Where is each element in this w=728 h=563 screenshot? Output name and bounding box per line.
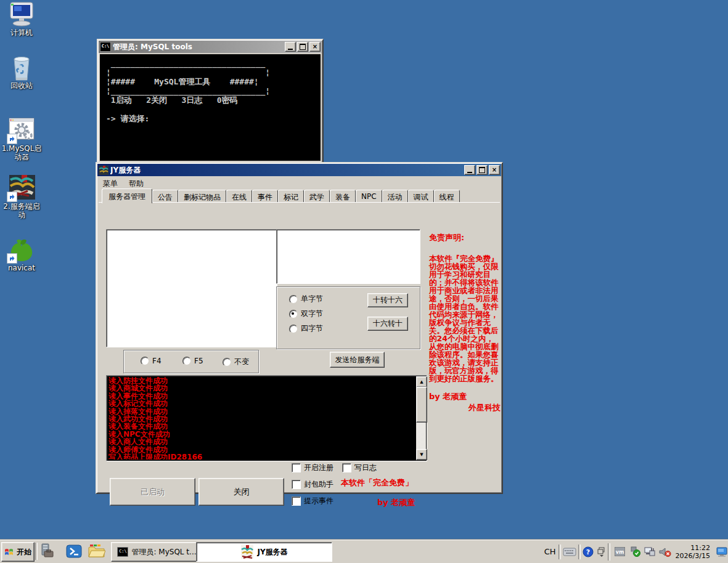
radio-row: 单字节 (289, 294, 323, 304)
send-to-server-button[interactable]: 发送给服务端 (330, 352, 385, 368)
tab[interactable]: NPC (356, 190, 382, 202)
recycle-bin-icon (7, 54, 36, 81)
console-titlebar[interactable]: C:\ 管理员: MySQL tools × (99, 41, 322, 53)
maximize-icon[interactable] (297, 42, 308, 52)
tab-page: 服务器管理公告删标记物品在线事件标记武学装备NPC活动调试线程 单字节 双字节 … (99, 189, 500, 491)
log-line: 读入商城文件成功 (108, 384, 414, 392)
tab[interactable]: 装备 (330, 190, 356, 202)
radio-label: 不变 (234, 357, 249, 367)
desktop-icon-server-launcher[interactable]: 2.服务端启动 (0, 175, 43, 219)
desktop-icon-navicat[interactable]: navicat (0, 237, 43, 272)
vmware-tray-icon[interactable]: vm (615, 547, 625, 556)
radio-four-byte[interactable] (289, 325, 298, 333)
main-title: JY服务器 (110, 165, 462, 176)
minimize-icon[interactable] (285, 42, 296, 52)
taskbar-item-jy-server[interactable]: JY服务器 (196, 542, 332, 562)
usb-tray-icon[interactable] (629, 546, 640, 557)
radio-label: F5 (194, 357, 203, 365)
radio-f4[interactable] (141, 357, 149, 365)
tab[interactable]: 调试 (408, 190, 434, 202)
tray-separator (578, 545, 581, 559)
tab[interactable]: 标记 (278, 190, 304, 202)
close-icon[interactable]: × (309, 42, 321, 52)
tab[interactable]: 服务器管理 (102, 188, 152, 203)
checkbox-event-hint[interactable] (292, 496, 301, 506)
hex-input[interactable] (276, 229, 420, 284)
tab[interactable]: 删标记物品 (178, 190, 226, 202)
main-titlebar[interactable]: JY服务器 × (97, 164, 501, 176)
checkbox-row: 封包助手 (292, 479, 333, 490)
radio-f5[interactable] (182, 357, 191, 365)
tab[interactable]: 武学 (304, 190, 330, 202)
keyboard-icon[interactable] (563, 548, 576, 556)
menu-item-help[interactable]: 帮助 (129, 179, 144, 189)
menu-item-menu[interactable]: 菜单 (103, 179, 118, 189)
checkbox-row: 提示事件 (292, 496, 333, 506)
radio-nochange[interactable] (223, 358, 231, 367)
author-notice: by 老顽童 (377, 497, 415, 508)
hex-to-dec-button[interactable]: 十六转十 (367, 317, 408, 331)
svg-text:vm: vm (615, 549, 624, 555)
radio-single-byte[interactable] (289, 295, 298, 304)
show-desktop-icon[interactable] (716, 546, 728, 557)
checkbox-label: 提示事件 (304, 496, 333, 506)
tab[interactable]: 在线 (226, 190, 252, 202)
checkbox-write-log[interactable] (342, 463, 351, 472)
tab[interactable]: 事件 (252, 190, 278, 202)
radio-row: 四字节 (289, 323, 323, 334)
taskbar-separator (35, 543, 38, 560)
main-window: JY服务器 × 菜单 帮助 服务器管理公告删标记物品在线事件标记武学装备NPC活… (96, 162, 503, 494)
tab[interactable]: 公告 (152, 190, 178, 202)
log-scrollbar[interactable]: ▲ ▼ (416, 376, 426, 460)
taskbar: 开始 C:\ 管理员: MySQL t... JY服务器 CH ? vm (0, 540, 728, 563)
started-button[interactable]: 已启动 (110, 478, 195, 506)
menubar: 菜单 帮助 (97, 177, 502, 190)
disclaimer-sign-by: by 老顽童 (429, 391, 501, 402)
scrollbar-thumb[interactable] (416, 387, 427, 423)
checkbox-row: 开启注册 (292, 463, 333, 473)
desktop-icon-label: 1.MySQL启动器 (0, 144, 43, 161)
desktop-icon-computer[interactable]: 计算机 (0, 1, 43, 37)
quicklaunch-powershell[interactable] (65, 543, 83, 560)
taskbar-item-console[interactable]: C:\ 管理员: MySQL t... (111, 542, 203, 562)
checkbox-register[interactable] (292, 463, 301, 472)
close-server-button[interactable]: 关闭 (198, 478, 284, 506)
close-icon[interactable]: × (489, 165, 500, 175)
start-button[interactable]: 开始 (1, 542, 35, 562)
checkbox-label: 写日志 (354, 463, 377, 473)
scroll-up-icon[interactable]: ▲ (416, 376, 427, 387)
console-icon: C:\ (100, 42, 111, 52)
radio-row: 不变 (223, 357, 249, 367)
server-listbox[interactable] (106, 229, 277, 347)
tab[interactable]: 线程 (434, 190, 460, 202)
taskbar-item-label: JY服务器 (257, 547, 287, 557)
volume-muted-icon[interactable] (659, 547, 671, 557)
quicklaunch-folder[interactable] (88, 543, 106, 560)
log-line: 读入装备文件成功 (108, 423, 414, 430)
desktop-icon-mysql-launcher[interactable]: 1.MySQL启动器 (0, 117, 43, 161)
taskbar-item-label: 管理员: MySQL t... (131, 547, 196, 557)
clock[interactable]: 11:22 2026/3/15 (676, 544, 710, 560)
console-title: 管理员: MySQL tools (113, 42, 283, 52)
desktop-icon-label: 计算机 (0, 28, 43, 37)
restore-toolbar-icon[interactable] (597, 547, 606, 557)
server-manager-icon (39, 543, 55, 559)
dec-to-hex-button[interactable]: 十转十六 (367, 293, 408, 307)
minimize-icon[interactable] (464, 165, 475, 175)
quicklaunch-server-manager[interactable] (38, 543, 57, 560)
log-output[interactable]: 读入防挂文件成功读入商城文件成功读入事件文件成功读入标记文件成功读入掉落文件成功… (108, 377, 414, 460)
radio-row: 双字节 (289, 309, 323, 319)
radio-row: F5 (182, 357, 203, 365)
maximize-icon[interactable] (476, 165, 488, 175)
language-indicator[interactable]: CH (544, 547, 556, 556)
tab[interactable]: 活动 (382, 190, 408, 202)
shortcut-arrow-icon (7, 253, 17, 264)
help-icon[interactable]: ? (583, 546, 594, 557)
console-output[interactable]: ________________________________ ¦ ¦ ¦##… (100, 54, 321, 161)
network-tray-icon[interactable] (644, 547, 655, 557)
checkbox-packet-helper[interactable] (292, 480, 301, 489)
radio-double-byte[interactable] (289, 310, 298, 318)
scroll-down-icon[interactable]: ▼ (416, 449, 427, 460)
desktop-icon-recycle-bin[interactable]: 回收站 (0, 54, 43, 90)
computer-icon (7, 1, 36, 28)
